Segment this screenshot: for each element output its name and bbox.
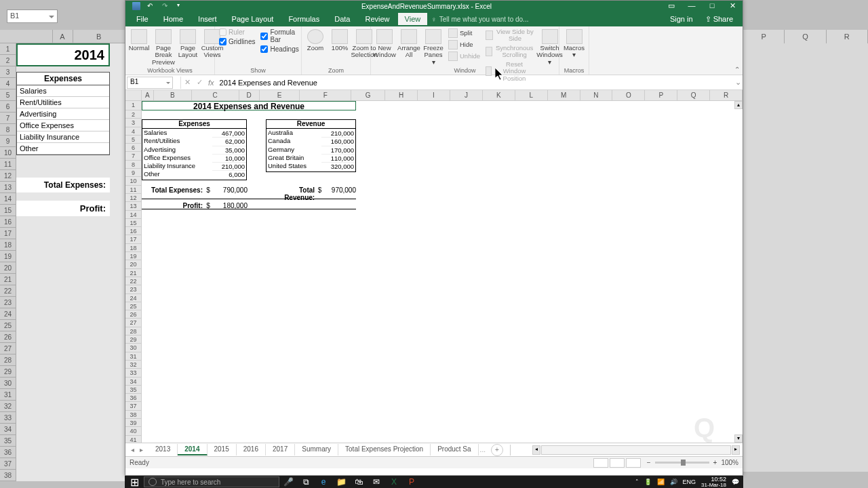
- share-button[interactable]: ⇪ Share: [700, 15, 738, 24]
- freeze-panes-button[interactable]: Freeze Panes ▾: [422, 28, 444, 67]
- row-header-24[interactable]: 24: [125, 294, 142, 302]
- sheet-tab-product-sa[interactable]: Product Sa: [431, 444, 478, 455]
- row-header-6[interactable]: 6: [125, 144, 142, 152]
- ribbon-options-icon[interactable]: ▭: [661, 1, 682, 12]
- normal-view-icon[interactable]: [593, 458, 608, 468]
- sheet-tab-summary[interactable]: Summary: [295, 444, 338, 455]
- col-header-Q[interactable]: Q: [677, 90, 710, 100]
- save-icon[interactable]: [132, 2, 140, 10]
- col-header-M[interactable]: M: [548, 90, 580, 100]
- row-header-25[interactable]: 25: [125, 302, 142, 310]
- zoom-button[interactable]: Zoom: [304, 28, 326, 53]
- taskbar-search[interactable]: Type here to search: [144, 476, 279, 487]
- zoom-slider[interactable]: [655, 462, 709, 464]
- row-header-21[interactable]: 21: [125, 269, 142, 277]
- zoom-out-icon[interactable]: −: [647, 459, 651, 466]
- excel-icon[interactable]: X: [385, 476, 403, 488]
- new-sheet-button[interactable]: +: [491, 444, 503, 456]
- sheet-tab-2014[interactable]: 2014: [178, 444, 207, 455]
- col-header-H[interactable]: H: [385, 90, 418, 100]
- col-header-R[interactable]: R: [710, 90, 743, 100]
- row-header-41[interactable]: 41: [125, 436, 142, 443]
- tellme-search[interactable]: ♀ Tell me what you want to do...: [431, 16, 528, 23]
- row-header-8[interactable]: 8: [125, 161, 142, 169]
- tab-insert[interactable]: Insert: [191, 13, 224, 25]
- powerpoint-icon[interactable]: P: [403, 476, 420, 488]
- row-header-13[interactable]: 13: [125, 202, 142, 210]
- redo-icon[interactable]: ↷: [162, 2, 170, 10]
- new-window-button[interactable]: New Window: [374, 28, 395, 60]
- close-icon[interactable]: ✕: [722, 1, 743, 12]
- table-row[interactable]: Rent/Utilities62,000: [142, 137, 246, 145]
- col-header-N[interactable]: N: [580, 90, 613, 100]
- macros-button[interactable]: Macros ▾: [562, 28, 586, 60]
- zoom-label[interactable]: 100%: [721, 459, 738, 466]
- row-header-33[interactable]: 33: [125, 369, 142, 377]
- wifi-icon[interactable]: 📶: [657, 479, 665, 485]
- lang-indicator[interactable]: ENG: [683, 479, 696, 485]
- col-header-G[interactable]: G: [351, 90, 385, 100]
- col-header-C[interactable]: C: [192, 90, 239, 100]
- row-header-40[interactable]: 40: [125, 427, 142, 435]
- hscroll-right-icon[interactable]: ▸: [732, 445, 740, 455]
- row-header-27[interactable]: 27: [125, 319, 142, 327]
- formula-expand-icon[interactable]: ⌄: [733, 78, 743, 87]
- tab-page-layout[interactable]: Page Layout: [225, 13, 281, 25]
- row-header-32[interactable]: 32: [125, 361, 142, 369]
- row-header-7[interactable]: 7: [125, 152, 142, 160]
- row-header-3[interactable]: 3: [125, 119, 142, 127]
- pagelayout-button[interactable]: Page Layout: [177, 28, 199, 60]
- row-header-16[interactable]: 16: [125, 227, 142, 235]
- row-header-38[interactable]: 38: [125, 411, 142, 419]
- col-header-E[interactable]: E: [260, 90, 300, 100]
- pagelayout-view-icon[interactable]: [610, 458, 625, 468]
- row-header-2[interactable]: 2: [125, 110, 142, 119]
- col-header-F[interactable]: F: [300, 90, 351, 100]
- row-header-1[interactable]: 1: [125, 101, 142, 110]
- edge-icon[interactable]: e: [315, 476, 332, 488]
- row-header-28[interactable]: 28: [125, 327, 142, 336]
- start-button[interactable]: ⊞: [125, 476, 144, 488]
- col-header-B[interactable]: B: [154, 90, 192, 100]
- zoom-in-icon[interactable]: +: [713, 459, 717, 466]
- row-header-35[interactable]: 35: [125, 386, 142, 394]
- hide-button[interactable]: Hide: [447, 39, 481, 50]
- undo-icon[interactable]: ↶: [147, 2, 155, 10]
- col-header-P[interactable]: P: [645, 90, 677, 100]
- col-header-A[interactable]: A: [142, 90, 154, 100]
- row-header-36[interactable]: 36: [125, 394, 142, 402]
- tab-data[interactable]: Data: [328, 13, 357, 25]
- pagebreak-button[interactable]: Page Break Preview: [153, 28, 174, 67]
- row-header-11[interactable]: 11: [125, 186, 142, 194]
- row-header-12[interactable]: 12: [125, 194, 142, 202]
- gridlines-checkbox[interactable]: Gridlines: [218, 37, 256, 46]
- tab-review[interactable]: Review: [358, 13, 396, 25]
- col-header-D[interactable]: D: [239, 90, 260, 100]
- headings-checkbox[interactable]: Headings: [259, 45, 300, 54]
- name-box[interactable]: B1: [127, 77, 173, 89]
- minimize-icon[interactable]: —: [682, 1, 702, 12]
- vscroll-down-icon[interactable]: ▾: [734, 434, 743, 443]
- table-row[interactable]: Liability Insurance210,000: [142, 162, 246, 170]
- signin-link[interactable]: Sign in: [665, 15, 698, 23]
- col-header-L[interactable]: L: [515, 90, 548, 100]
- row-header-23[interactable]: 23: [125, 285, 142, 293]
- taskview-icon[interactable]: ⧉: [297, 476, 315, 488]
- tray-up-icon[interactable]: ˄: [635, 479, 639, 485]
- tab-nav-next-icon[interactable]: ▸: [140, 446, 143, 453]
- row-header-34[interactable]: 34: [125, 378, 142, 386]
- row-header-39[interactable]: 39: [125, 419, 142, 427]
- battery-icon[interactable]: 🔋: [644, 479, 652, 485]
- row-header-4[interactable]: 4: [125, 127, 142, 136]
- collapse-ribbon-icon[interactable]: ⌃: [734, 66, 740, 73]
- table-row[interactable]: Advertising35,000: [142, 146, 246, 154]
- maximize-icon[interactable]: □: [702, 1, 722, 12]
- profit-value[interactable]: 180,000: [214, 202, 248, 209]
- vscroll-up-icon[interactable]: ▴: [734, 101, 743, 109]
- zoom-100-button[interactable]: 100%: [329, 28, 351, 53]
- sheet-tab-2015[interactable]: 2015: [208, 444, 237, 455]
- arrange-all-button[interactable]: Arrange All: [398, 28, 420, 60]
- qat-dropdown-icon[interactable]: ▾: [177, 2, 185, 10]
- col-header-I[interactable]: I: [418, 90, 450, 100]
- table-row[interactable]: United States320,000: [267, 162, 355, 170]
